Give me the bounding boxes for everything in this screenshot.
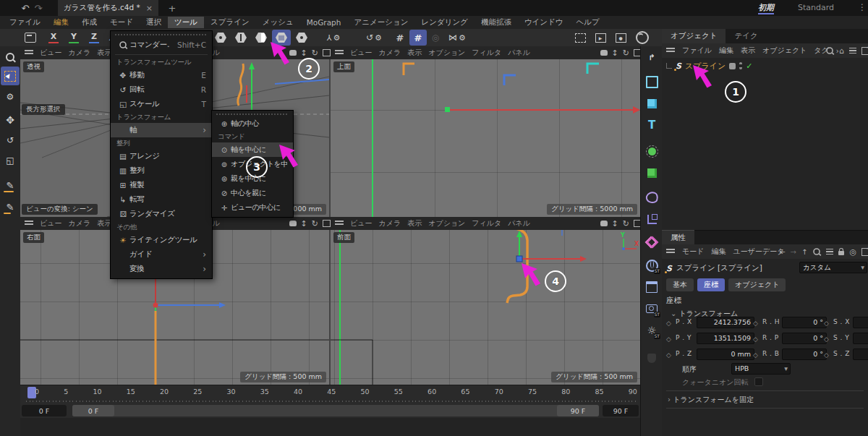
key-diamond-icon[interactable] [824,334,829,343]
popout-icon[interactable] [861,248,868,256]
pan-icon[interactable] [600,50,608,56]
menu-item-axis[interactable]: 軸 [111,123,212,137]
primitive-cube-icon[interactable] [642,94,661,113]
submenu-item-view-center[interactable]: ビューの中心に [212,200,293,215]
back-icon[interactable] [779,248,785,256]
menu-item-scale[interactable]: スケール T [111,97,212,111]
redo-icon[interactable]: ↷ [32,1,45,14]
vp-menu-display[interactable]: 表示 [407,218,422,228]
search-icon[interactable] [826,47,833,54]
rotate-tool-icon[interactable] [1,131,20,150]
search-icon[interactable] [814,248,821,255]
rb-input[interactable]: 0 ° [782,349,827,360]
orbit-icon[interactable] [312,48,318,58]
orbit-icon[interactable] [623,48,629,58]
key-diamond-icon[interactable] [666,334,671,343]
preset-dropdown[interactable]: カスタム [799,262,867,273]
attr-menu-userdata[interactable]: ユーザーデータ [733,247,784,257]
key-diamond-icon[interactable] [824,350,829,359]
pz-input[interactable]: 0 mm [697,349,754,360]
new-tab-button[interactable]: + [166,1,179,14]
layout-standard[interactable]: Standard [798,3,834,12]
maximize-view-icon[interactable] [323,49,331,56]
freeze-transform-group[interactable]: トランスフォームを固定 [668,395,754,405]
menu-edit[interactable]: 編集 [47,17,75,28]
stage-object-icon[interactable] [642,278,661,296]
vp-menu-filter[interactable]: フィルタ [472,218,501,228]
viewport-front[interactable]: Y X 前面 グリッド間隔 : 500 mm [331,230,640,385]
range-start-handle[interactable]: 0 F [72,405,114,416]
vp-menu-options[interactable]: オプション [428,218,465,228]
attr-menu-edit[interactable]: 編集 [711,247,726,257]
viewport-menu-icon[interactable] [25,221,33,226]
camera-object-icon[interactable]: ST [642,299,661,318]
polygons-mode-icon[interactable] [252,30,271,46]
snap-icon[interactable] [409,30,427,46]
submenu-item-parent-center[interactable]: 中心を親に [212,186,293,200]
spline-pen-icon[interactable] [1,176,20,195]
menu-item-convert[interactable]: 変換 [111,262,212,276]
zoom-icon[interactable] [612,48,618,58]
current-frame-field[interactable]: 0 F [22,405,67,416]
generator-cube-icon[interactable] [642,163,661,182]
vp-menu-view[interactable]: ビュー [40,218,61,228]
menu-spline[interactable]: スプライン [204,17,256,28]
hamburger-icon[interactable] [666,48,675,54]
timeline-ruler[interactable]: 0 5 10 15 20 25 30 35 40 45 50 55 60 65 … [35,388,637,397]
vp-menu-camera[interactable]: カメラ [378,218,401,228]
key-diamond-icon[interactable] [753,334,758,343]
menu-window[interactable]: ウインドウ [518,17,570,28]
menu-item-duplicate[interactable]: 複製 [111,178,212,192]
up-icon[interactable] [801,248,807,256]
key-diamond-icon[interactable] [666,318,671,328]
spline-rectangle-icon[interactable] [642,72,661,91]
home-icon[interactable] [839,46,844,56]
tab-attributes[interactable]: 属性 [662,230,694,245]
sx-input[interactable] [853,317,868,328]
tab-objects[interactable]: オブジェクト [662,29,726,43]
sy-input[interactable] [853,333,868,344]
enabled-check-icon[interactable] [746,61,752,71]
vp-menu-view[interactable]: ビュー [40,48,61,58]
zoom-icon[interactable] [612,219,618,228]
menu-file[interactable]: ファイル [3,17,47,28]
vp-menu-panel[interactable]: パネル [508,48,530,58]
viewport-top[interactable]: 上面 グリッド間隔 : 5000 mm [331,59,640,217]
layout-initial[interactable]: 初期 [758,2,774,14]
points-mode-icon[interactable] [211,30,230,46]
menu-help[interactable]: ヘルプ [570,17,606,28]
viewport-menu-icon[interactable] [25,50,33,56]
tab-object[interactable]: オブジェクト [728,278,786,291]
layer-badge[interactable] [729,63,736,69]
menu-item-move[interactable]: 移動 E [111,68,212,82]
render-view-icon[interactable] [592,30,609,46]
undo-icon[interactable]: ↶ [19,1,32,14]
axis-modify-icon[interactable] [321,30,346,46]
vp-menu-camera[interactable]: カメラ [68,218,90,228]
tweak-tool-icon[interactable] [1,87,20,106]
tab-take[interactable]: テイク [726,29,766,43]
py-input[interactable]: 1351.1509 [697,333,754,344]
vp-menu-view[interactable]: ビュー [350,48,372,58]
tab-coordinates[interactable]: 座標 [697,278,725,291]
menu-create[interactable]: 作成 [75,17,103,28]
lock-icon[interactable] [838,251,844,255]
key-diamond-icon[interactable] [824,318,829,328]
om-menu-file[interactable]: ファイル [682,46,712,56]
pan-icon[interactable] [289,221,297,226]
orbit-icon[interactable] [623,219,629,228]
menu-item-randomize[interactable]: ランダマイズ [111,207,212,221]
rh-input[interactable]: 0 ° [782,317,827,328]
key-diamond-icon[interactable] [753,318,758,328]
quaternion-checkbox[interactable] [754,377,763,386]
deformer-icon[interactable] [642,188,661,207]
attr-menu-mode[interactable]: モード [682,247,704,257]
viewport-menu-icon[interactable] [335,50,344,56]
scale-tool-icon[interactable] [1,151,20,170]
menu-item-rotate[interactable]: 回転 R [111,82,212,97]
menu-mograph[interactable]: MoGraph [300,17,348,27]
menu-extensions[interactable]: 機能拡張 [475,17,518,28]
filter-icon[interactable] [849,48,856,54]
submenu-item-axis-center[interactable]: 軸の中心 [212,116,293,131]
vp-menu-panel[interactable]: パネル [508,218,530,228]
